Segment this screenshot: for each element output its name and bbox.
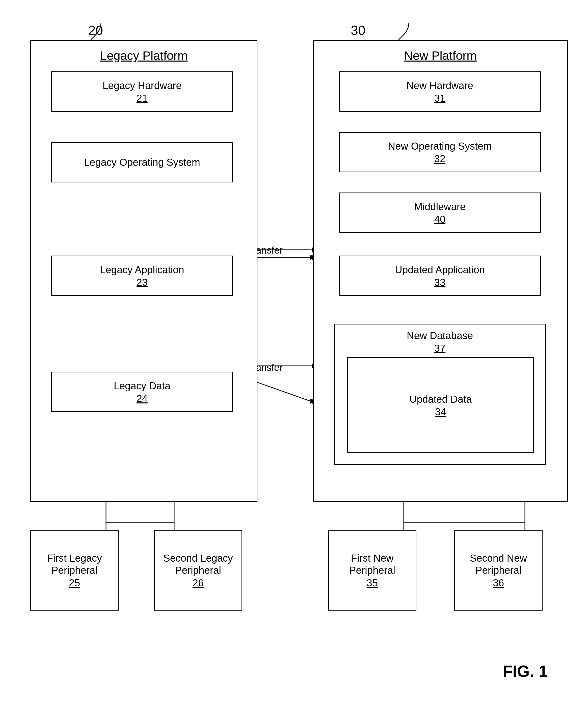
new-database-outer-box: New Database 37 Updated Data 34: [334, 324, 546, 465]
legacy-hardware-number: 21: [136, 92, 148, 104]
new-database-label: New Database: [407, 329, 473, 342]
updated-data-number: 34: [435, 406, 446, 417]
middleware-number: 40: [434, 214, 446, 225]
legacy-hardware-label: Legacy Hardware: [102, 80, 182, 92]
legacy-data-number: 24: [136, 393, 148, 404]
updated-application-box: Updated Application 33: [339, 256, 541, 296]
legacy-data-box: Legacy Data 24: [51, 372, 233, 412]
new-platform-title: New Platform: [404, 49, 477, 63]
new-os-label: New Operating System: [388, 140, 491, 152]
second-legacy-peripheral-box: Second LegacyPeripheral 26: [154, 530, 242, 610]
first-legacy-peripheral-label: First LegacyPeripheral: [47, 552, 102, 576]
new-hardware-box: New Hardware 31: [339, 71, 541, 112]
legacy-data-label: Legacy Data: [114, 380, 171, 392]
updated-data-box: Updated Data 34: [347, 357, 534, 453]
updated-data-label: Updated Data: [410, 393, 472, 405]
legacy-application-box: Legacy Application 23: [51, 256, 233, 296]
updated-application-number: 33: [434, 277, 446, 288]
legacy-os-box: Legacy Operating System: [51, 142, 233, 182]
legacy-os-label: Legacy Operating System: [84, 156, 200, 168]
new-database-number: 37: [434, 343, 446, 354]
second-legacy-peripheral-label: Second LegacyPeripheral: [163, 552, 233, 576]
second-new-peripheral-box: Second NewPeripheral 36: [454, 530, 543, 610]
first-legacy-peripheral-box: First LegacyPeripheral 25: [30, 530, 119, 610]
second-legacy-peripheral-number: 26: [192, 577, 204, 589]
updated-application-label: Updated Application: [395, 264, 485, 276]
ref-num-20: 20: [88, 23, 103, 38]
middleware-label: Middleware: [414, 200, 466, 213]
first-new-peripheral-number: 35: [367, 577, 378, 589]
second-new-peripheral-number: 36: [493, 577, 504, 589]
new-platform-box: New Platform New Hardware 31 New Operati…: [313, 40, 568, 502]
legacy-platform-title: Legacy Platform: [100, 49, 188, 63]
first-legacy-peripheral-number: 25: [69, 577, 80, 589]
new-hardware-number: 31: [434, 92, 446, 104]
first-new-peripheral-label: First NewPeripheral: [349, 552, 395, 576]
new-hardware-label: New Hardware: [406, 80, 474, 92]
ref-num-30: 30: [351, 23, 365, 38]
middleware-box: Middleware 40: [339, 193, 541, 233]
figure-label: FIG. 1: [503, 662, 548, 681]
legacy-application-number: 23: [136, 277, 148, 288]
diagram-area: Transfer Transfer 20 30 Legacy Platform …: [15, 15, 573, 671]
first-new-peripheral-box: First NewPeripheral 35: [328, 530, 416, 610]
second-new-peripheral-label: Second NewPeripheral: [470, 552, 527, 576]
legacy-hardware-box: Legacy Hardware 21: [51, 71, 233, 112]
new-os-number: 32: [434, 153, 446, 165]
legacy-platform-box: Legacy Platform Legacy Hardware 21 Legac…: [30, 40, 257, 502]
legacy-application-label: Legacy Application: [100, 264, 184, 276]
new-os-box: New Operating System 32: [339, 132, 541, 172]
